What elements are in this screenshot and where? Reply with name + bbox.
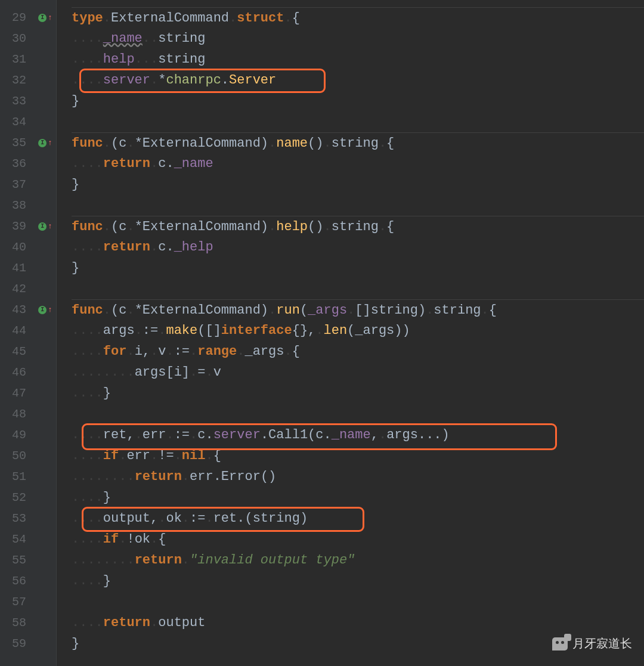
inspection-marker[interactable]: I↑ bbox=[38, 7, 52, 28]
line-number: 57 bbox=[0, 591, 31, 612]
line-number: 42 bbox=[0, 278, 31, 299]
line-number: 44 bbox=[0, 320, 31, 341]
line-number: 29 bbox=[0, 7, 31, 28]
arrow-up-icon: ↑ bbox=[48, 132, 52, 153]
code-line[interactable]: ....args.:=.make([]interface{},.len(_arg… bbox=[72, 320, 644, 341]
code-line[interactable]: ........return."invalid output type" bbox=[72, 550, 644, 571]
wechat-icon bbox=[552, 637, 568, 650]
arrow-up-icon: ↑ bbox=[48, 7, 52, 28]
code-line[interactable]: ........args[i].=.v bbox=[72, 362, 644, 383]
gutter-row: 43I↑ bbox=[0, 299, 56, 320]
gutter-row: 33 bbox=[0, 91, 56, 111]
gutter-row: 31 bbox=[0, 49, 56, 70]
line-number: 46 bbox=[0, 362, 31, 383]
gutter-row: 59 bbox=[0, 633, 56, 654]
code-line[interactable] bbox=[72, 278, 644, 299]
gutter-row: 34 bbox=[0, 111, 56, 132]
code-line[interactable]: ....return.c._name bbox=[72, 153, 644, 174]
gutter-row: 52 bbox=[0, 487, 56, 508]
code-line[interactable]: ........return.err.Error() bbox=[72, 466, 644, 487]
line-number: 54 bbox=[0, 529, 31, 550]
gutter-row: 57 bbox=[0, 591, 56, 612]
gutter-row: 36 bbox=[0, 153, 56, 174]
gutter-row: 50 bbox=[0, 445, 56, 466]
line-number: 52 bbox=[0, 487, 31, 508]
line-number: 35 bbox=[0, 132, 31, 153]
code-line[interactable]: ...._name..string bbox=[72, 28, 644, 49]
bulb-icon: I bbox=[38, 222, 47, 231]
gutter-row: 51 bbox=[0, 466, 56, 487]
code-line[interactable]: func.(c.*ExternalCommand).help().string.… bbox=[72, 216, 644, 237]
code-line[interactable]: } bbox=[72, 91, 644, 111]
gutter-row: 35I↑ bbox=[0, 132, 56, 153]
code-line[interactable]: ....help...string bbox=[72, 49, 644, 70]
line-number: 59 bbox=[0, 633, 31, 654]
bulb-icon: I bbox=[38, 139, 47, 147]
bulb-icon: I bbox=[38, 306, 47, 314]
arrow-up-icon: ↑ bbox=[48, 299, 52, 320]
line-number: 40 bbox=[0, 237, 31, 258]
line-number: 38 bbox=[0, 195, 31, 216]
gutter-row: 30 bbox=[0, 28, 56, 49]
code-line[interactable]: ....server.*chanrpc.Server bbox=[72, 70, 644, 91]
gutter-row: 44 bbox=[0, 320, 56, 341]
gutter-row: 48 bbox=[0, 404, 56, 425]
line-number: 48 bbox=[0, 404, 31, 425]
code-line[interactable]: ....ret,.err.:=.c.server.Call1(c._name,.… bbox=[72, 425, 644, 445]
inspection-marker[interactable]: I↑ bbox=[38, 299, 52, 320]
line-number: 55 bbox=[0, 550, 31, 571]
gutter-row: 46 bbox=[0, 362, 56, 383]
code-line[interactable] bbox=[72, 404, 644, 425]
line-number: 30 bbox=[0, 28, 31, 49]
gutter-row: 56 bbox=[0, 571, 56, 591]
line-number: 45 bbox=[0, 341, 31, 362]
code-line[interactable]: func.(c.*ExternalCommand).name().string.… bbox=[72, 132, 644, 153]
code-line[interactable]: ....} bbox=[72, 383, 644, 404]
code-line[interactable]: } bbox=[72, 258, 644, 278]
code-line[interactable]: ....if.err.!=.nil.{ bbox=[72, 445, 644, 466]
line-number: 39 bbox=[0, 216, 31, 237]
code-area[interactable]: type.ExternalCommand.struct.{ ...._name.… bbox=[57, 0, 644, 666]
gutter-row: 37 bbox=[0, 174, 56, 195]
inspection-marker[interactable]: I↑ bbox=[38, 216, 52, 237]
code-line[interactable]: } bbox=[72, 174, 644, 195]
code-line[interactable] bbox=[72, 591, 644, 612]
code-line[interactable]: ....return.c._help bbox=[72, 237, 644, 258]
gutter-row: 32 bbox=[0, 70, 56, 91]
gutter-row: 47 bbox=[0, 383, 56, 404]
line-number: 56 bbox=[0, 571, 31, 591]
gutter-row: 29I↑ bbox=[0, 7, 56, 28]
line-number: 43 bbox=[0, 299, 31, 320]
gutter-row: 55 bbox=[0, 550, 56, 571]
line-number: 58 bbox=[0, 612, 31, 633]
gutter: 29I↑ 30 31 32 33 34 35I↑ 36 37 38 39I↑ 4… bbox=[0, 0, 57, 666]
line-number: 47 bbox=[0, 383, 31, 404]
gutter-row: 39I↑ bbox=[0, 216, 56, 237]
gutter-row: 42 bbox=[0, 278, 56, 299]
line-number: 53 bbox=[0, 508, 31, 529]
gutter-row: 58 bbox=[0, 612, 56, 633]
code-line[interactable]: ....for.i,.v.:=.range._args.{ bbox=[72, 341, 644, 362]
code-line[interactable]: ....if.!ok.{ bbox=[72, 529, 644, 550]
watermark: 月牙寂道长 bbox=[552, 633, 632, 654]
code-line[interactable]: func.(c.*ExternalCommand).run(_args.[]st… bbox=[72, 299, 644, 320]
line-number: 31 bbox=[0, 49, 31, 70]
code-line[interactable]: ....} bbox=[72, 487, 644, 508]
code-line[interactable]: ....return.output bbox=[72, 612, 644, 633]
line-number: 37 bbox=[0, 174, 31, 195]
code-line[interactable]: ....output,.ok.:=.ret.(string) bbox=[72, 508, 644, 529]
gutter-row: 45 bbox=[0, 341, 56, 362]
gutter-row: 53 bbox=[0, 508, 56, 529]
gutter-row: 54 bbox=[0, 529, 56, 550]
line-number: 34 bbox=[0, 111, 31, 132]
code-line[interactable] bbox=[72, 195, 644, 216]
code-line[interactable]: ....} bbox=[72, 571, 644, 591]
code-line[interactable] bbox=[72, 111, 644, 132]
watermark-text: 月牙寂道长 bbox=[572, 633, 632, 654]
line-number: 49 bbox=[0, 425, 31, 445]
inspection-marker[interactable]: I↑ bbox=[38, 132, 52, 153]
line-number: 50 bbox=[0, 445, 31, 466]
code-line[interactable]: type.ExternalCommand.struct.{ bbox=[72, 7, 644, 28]
gutter-row: 41 bbox=[0, 258, 56, 278]
line-number: 32 bbox=[0, 70, 31, 91]
